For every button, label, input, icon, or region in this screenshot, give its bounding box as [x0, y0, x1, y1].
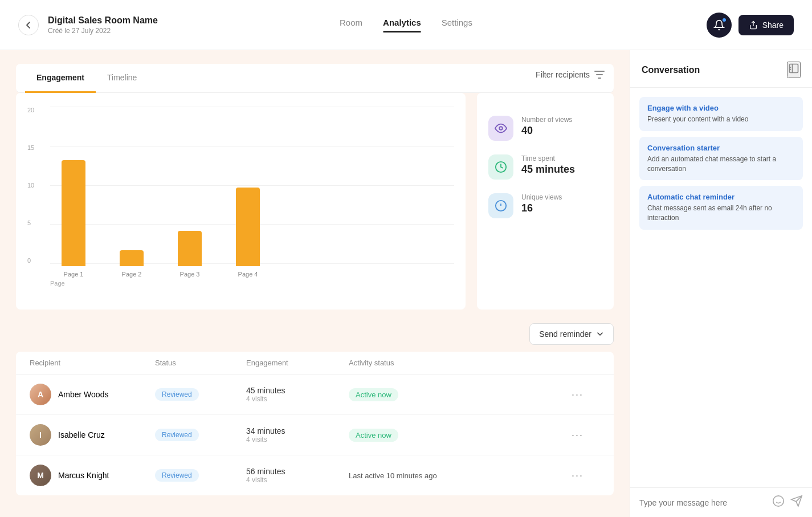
bar-page1: Page 1 — [62, 160, 85, 278]
room-title-group: Digital Sales Room Name Créé le 27 July … — [48, 15, 158, 35]
main-layout: Engagement Timeline Filter recipients 0 … — [0, 50, 812, 517]
bar-page2: Page 2 — [120, 250, 144, 278]
recipient-cell-isabelle: I Isabelle Cruz — [30, 424, 155, 446]
bar-page4: Page 4 — [236, 188, 260, 278]
stat-unique-views: Unique views 16 — [488, 193, 602, 218]
filter-recipients-btn[interactable]: Filter recipients — [536, 70, 605, 86]
time-icon — [488, 154, 513, 180]
recipient-cell-marcus: M Marcus Knight — [30, 465, 155, 486]
conversation-body: Engage with a video Present your content… — [630, 88, 812, 487]
suggestion-card-video[interactable]: Engage with a video Present your content… — [639, 97, 803, 131]
content-area: Engagement Timeline Filter recipients 0 … — [0, 50, 630, 517]
activity-cell-amber: Active now — [349, 388, 572, 401]
header: Digital Sales Room Name Créé le 27 July … — [0, 0, 812, 50]
tab-engagement[interactable]: Engagement — [25, 64, 96, 93]
bars-area: Page 1 Page 2 Page 3 Page 4 — [50, 120, 454, 278]
chevron-down-icon — [596, 330, 604, 338]
conversation-header: Conversation — [630, 50, 812, 88]
activity-cell-marcus: Last active 10 minutes ago — [349, 471, 572, 480]
recipient-cell-amber: A Amber Woods — [30, 384, 155, 405]
room-subtitle: Créé le 27 July 2022 — [48, 27, 158, 35]
recipients-table: Recipient Status Engagement Activity sta… — [16, 352, 614, 495]
status-cell-isabelle: Reviewed — [155, 429, 246, 441]
share-button[interactable]: Share — [738, 15, 794, 35]
conversation-title: Conversation — [642, 65, 700, 75]
more-button-amber[interactable]: ··· — [572, 389, 600, 401]
share-icon — [749, 21, 758, 30]
notification-button[interactable] — [707, 13, 732, 38]
emoji-button[interactable] — [772, 495, 785, 510]
avatar-amber: A — [30, 384, 51, 405]
send-icon — [790, 495, 803, 507]
room-name: Digital Sales Room Name — [48, 15, 158, 26]
engagement-cell-isabelle: 34 minutes 4 visits — [246, 426, 349, 443]
emoji-icon — [772, 495, 785, 507]
bar-chart: 0 5 10 15 20 — [16, 93, 466, 310]
table-header-row: Recipient Status Engagement Activity sta… — [16, 352, 614, 374]
chart-section: 0 5 10 15 20 — [16, 93, 614, 310]
svg-rect-7 — [790, 64, 798, 73]
send-reminder-bar: Send reminder — [16, 323, 614, 345]
nav-settings[interactable]: Settings — [442, 18, 472, 32]
suggestion-card-starter[interactable]: Conversation starter Add an automated ch… — [639, 137, 803, 181]
stats-panel: Number of views 40 Time spent 45 minutes — [477, 93, 614, 310]
table-row: A Amber Woods Reviewed 45 minutes 4 visi… — [16, 374, 614, 415]
tab-timeline[interactable]: Timeline — [96, 64, 148, 93]
table-row: I Isabelle Cruz Reviewed 34 minutes 4 vi… — [16, 415, 614, 455]
collapse-icon — [788, 63, 799, 74]
engagement-cell-amber: 45 minutes 4 visits — [246, 386, 349, 403]
views-icon — [488, 116, 513, 141]
avatar-marcus: M — [30, 465, 51, 486]
collapse-button[interactable] — [787, 62, 801, 78]
svg-rect-3 — [598, 78, 601, 79]
header-actions: Share — [707, 13, 794, 38]
svg-point-9 — [773, 496, 784, 506]
tabs-bar: Engagement Timeline Filter recipients — [16, 64, 614, 93]
send-button[interactable] — [790, 495, 803, 510]
stat-time: Time spent 45 minutes — [488, 154, 602, 180]
svg-rect-2 — [596, 74, 603, 75]
conversation-panel: Conversation Engage with a video Present… — [630, 50, 812, 517]
main-nav: Room Analytics Settings — [340, 18, 472, 32]
table-row: M Marcus Knight Reviewed 56 minutes 4 vi… — [16, 455, 614, 495]
nav-analytics[interactable]: Analytics — [383, 18, 421, 32]
status-cell-marcus: Reviewed — [155, 469, 246, 482]
y-axis: 0 5 10 15 20 — [27, 107, 34, 278]
nav-room[interactable]: Room — [340, 18, 362, 32]
message-input[interactable] — [639, 498, 766, 507]
x-axis-label: Page — [50, 280, 454, 287]
svg-point-4 — [499, 127, 503, 130]
bar-page3: Page 3 — [178, 231, 202, 278]
unique-icon — [488, 193, 513, 218]
conversation-footer — [630, 487, 812, 517]
engagement-cell-marcus: 56 minutes 4 visits — [246, 467, 349, 484]
filter-icon — [594, 71, 605, 79]
avatar-isabelle: I — [30, 424, 51, 446]
send-reminder-button[interactable]: Send reminder — [529, 323, 614, 345]
status-cell-amber: Reviewed — [155, 388, 246, 401]
activity-cell-isabelle: Active now — [349, 429, 572, 442]
svg-rect-1 — [594, 71, 605, 72]
stat-views: Number of views 40 — [488, 116, 602, 141]
more-button-marcus[interactable]: ··· — [572, 470, 600, 482]
more-button-isabelle[interactable]: ··· — [572, 429, 600, 441]
notification-dot — [721, 17, 727, 23]
suggestion-card-reminder[interactable]: Automatic chat reminder Chat message sen… — [639, 186, 803, 230]
back-button[interactable] — [18, 15, 39, 35]
